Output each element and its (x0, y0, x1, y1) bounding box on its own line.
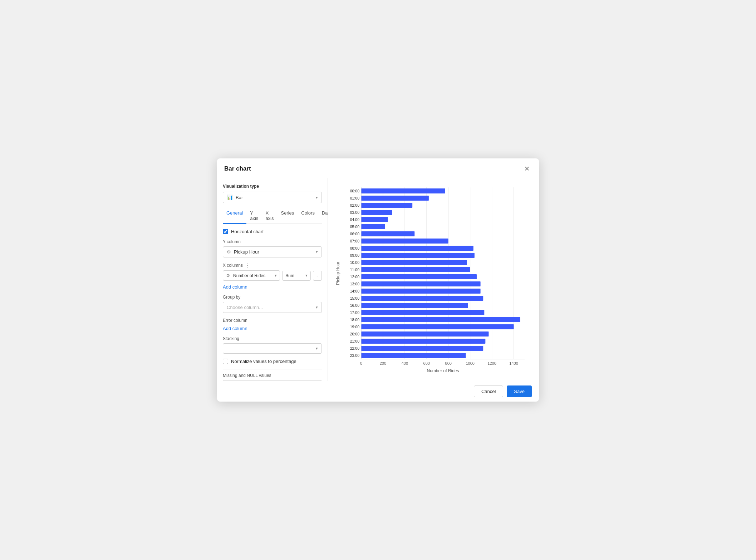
section-divider (223, 369, 322, 369)
missing-null-label: Missing and NULL values (223, 373, 322, 378)
svg-text:12:00: 12:00 (350, 275, 359, 279)
svg-rect-45 (361, 289, 481, 294)
svg-text:08:00: 08:00 (350, 246, 359, 250)
add-x-column-link[interactable]: Add column (223, 284, 247, 290)
svg-text:03:00: 03:00 (350, 210, 359, 215)
close-button[interactable]: ✕ (522, 164, 532, 173)
stacking-chevron: ▾ (316, 346, 318, 351)
svg-text:Number of Rides: Number of Rides (427, 368, 459, 373)
tab-series[interactable]: Series (278, 208, 298, 224)
svg-text:15:00: 15:00 (350, 296, 359, 300)
svg-rect-23 (361, 210, 392, 215)
svg-text:17:00: 17:00 (350, 310, 359, 315)
svg-rect-59 (361, 339, 485, 344)
svg-text:14:00: 14:00 (350, 289, 359, 293)
svg-rect-31 (361, 239, 448, 244)
svg-rect-55 (361, 324, 514, 329)
x-column-row: ⚙ Number of Rides ▾ Sum ▾ - (223, 270, 322, 281)
normalize-checkbox[interactable] (223, 359, 228, 364)
viz-type-value: Bar (236, 195, 243, 200)
svg-text:04:00: 04:00 (350, 217, 359, 222)
config-tabs: General Y axis X axis Series Colors Dat … (223, 208, 322, 224)
y-col-chevron: ▾ (316, 250, 318, 254)
svg-rect-53 (361, 317, 520, 322)
svg-rect-49 (361, 303, 468, 308)
stacking-select[interactable]: ▾ (223, 343, 322, 354)
svg-text:01:00: 01:00 (350, 196, 359, 200)
svg-text:600: 600 (423, 361, 430, 365)
group-by-label: Group by (223, 295, 322, 300)
tab-dat[interactable]: Dat (318, 208, 328, 224)
svg-text:20:00: 20:00 (350, 332, 359, 336)
svg-rect-39 (361, 267, 470, 272)
svg-rect-61 (361, 346, 483, 351)
svg-text:13:00: 13:00 (350, 282, 359, 286)
svg-rect-37 (361, 260, 467, 265)
save-button[interactable]: Save (507, 385, 532, 397)
svg-rect-41 (361, 274, 477, 279)
svg-text:00:00: 00:00 (350, 189, 359, 193)
chart-panel: 020040060080010001200140000:0001:0002:00… (328, 178, 539, 381)
x-col-icon: ⚙ (226, 273, 230, 278)
svg-text:0: 0 (360, 361, 362, 365)
svg-text:23:00: 23:00 (350, 353, 359, 358)
group-by-select[interactable]: Choose column... ▾ (223, 302, 322, 313)
svg-rect-47 (361, 296, 483, 301)
svg-rect-43 (361, 281, 481, 286)
svg-rect-51 (361, 310, 484, 315)
x-column-value: Number of Rides (233, 273, 265, 278)
svg-text:09:00: 09:00 (350, 253, 359, 257)
normalize-row: Normalize values to percentage (223, 359, 322, 364)
chart-container: 020040060080010001200140000:0001:0002:00… (335, 184, 532, 375)
svg-rect-57 (361, 331, 489, 337)
svg-rect-35 (361, 253, 475, 258)
aggregation-select[interactable]: Sum ▾ (282, 271, 311, 281)
tab-general[interactable]: General (223, 208, 246, 224)
cancel-button[interactable]: Cancel (474, 385, 503, 397)
viz-type-select[interactable]: 📊 Bar ▾ (223, 192, 322, 203)
stacking-label: Stacking (223, 336, 322, 341)
tab-colors[interactable]: Colors (298, 208, 318, 224)
svg-text:1200: 1200 (487, 361, 496, 365)
svg-text:05:00: 05:00 (350, 225, 359, 229)
bar-chart-icon: 📊 (227, 195, 233, 200)
svg-rect-63 (361, 353, 466, 358)
svg-rect-19 (361, 196, 429, 201)
horizontal-chart-row: Horizontal chart (223, 229, 322, 234)
y-column-label: Y column (223, 239, 322, 244)
svg-text:200: 200 (380, 361, 386, 365)
tab-xaxis[interactable]: X axis (262, 208, 277, 224)
svg-rect-25 (361, 217, 388, 222)
horizontal-chart-checkbox[interactable] (223, 229, 228, 234)
svg-text:22:00: 22:00 (350, 346, 359, 350)
x-col-options-icon[interactable]: ⋮ (245, 262, 250, 268)
svg-text:19:00: 19:00 (350, 325, 359, 329)
remove-x-column-button[interactable]: - (313, 271, 322, 281)
svg-text:06:00: 06:00 (350, 232, 359, 236)
svg-rect-17 (361, 188, 445, 193)
add-error-column-link[interactable]: Add column (223, 326, 247, 331)
y-col-icon: ⚙ (227, 249, 231, 255)
viz-type-chevron: ▾ (316, 195, 318, 200)
svg-text:16:00: 16:00 (350, 303, 359, 308)
tab-yaxis[interactable]: Y axis (246, 208, 262, 224)
x-columns-header: X columns ⋮ (223, 262, 322, 268)
svg-text:07:00: 07:00 (350, 239, 359, 243)
svg-text:1400: 1400 (509, 361, 518, 365)
x-column-select[interactable]: ⚙ Number of Rides ▾ (223, 270, 280, 281)
svg-rect-21 (361, 203, 412, 208)
x-col-chevron: ▾ (275, 273, 277, 278)
svg-text:02:00: 02:00 (350, 203, 359, 207)
y-column-select[interactable]: ⚙ Pickup Hour ▾ (223, 246, 322, 257)
bar-chart-modal: Bar chart ✕ Visualization type 📊 Bar ▾ G… (217, 158, 539, 402)
svg-text:11:00: 11:00 (350, 267, 359, 272)
modal-body: Visualization type 📊 Bar ▾ General Y axi… (217, 178, 539, 381)
horizontal-chart-label: Horizontal chart (231, 229, 264, 234)
error-column-label: Error column (223, 318, 322, 323)
left-panel: Visualization type 📊 Bar ▾ General Y axi… (217, 178, 328, 381)
svg-text:400: 400 (402, 361, 408, 365)
modal-header: Bar chart ✕ (217, 158, 539, 178)
agg-chevron: ▾ (305, 273, 308, 278)
agg-value: Sum (285, 273, 294, 278)
svg-text:10:00: 10:00 (350, 260, 359, 265)
